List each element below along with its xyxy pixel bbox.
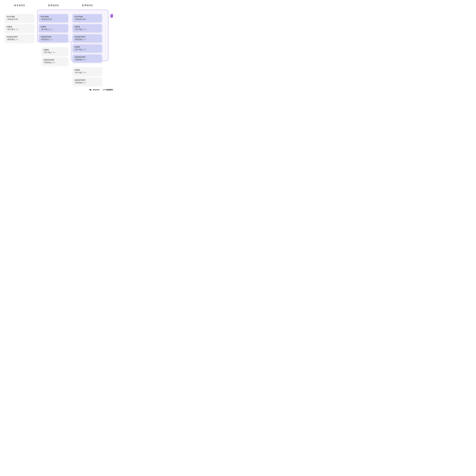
footer-caption: 上下文硬盘缓存: [102, 89, 113, 91]
cache-hit-label: 缓存命中: [110, 11, 114, 14]
round-2-column: SYSTEM <系统提示词> USER <用户输入 1 > ASSISTANT …: [39, 11, 68, 86]
message-role: SYSTEM: [41, 16, 66, 18]
message-role: ASSISTANT: [43, 59, 66, 61]
message-content: <模型输出 2 >: [74, 58, 100, 61]
message-content: <用户输入 1 >: [7, 28, 32, 31]
message-content: <用户输入 1 >: [74, 28, 100, 31]
message-role: ASSISTANT: [74, 56, 100, 58]
message-role: SYSTEM: [74, 16, 100, 18]
message-content: <模型输出 1 >: [41, 38, 66, 41]
message-role: USER: [7, 26, 32, 28]
message-role: ASSISTANT: [74, 36, 100, 38]
message-content: <模型输出 1 >: [7, 38, 32, 41]
message-role: USER: [41, 26, 66, 28]
message-role: SYSTEM: [7, 16, 32, 18]
message-content: <用户输入 3 >: [74, 71, 100, 74]
message-role: ASSISTANT: [41, 36, 66, 38]
message-system-cached: SYSTEM <系统提示词>: [39, 14, 68, 22]
brand-name: deepseek: [93, 89, 99, 91]
message-role: USER: [74, 46, 100, 48]
message-content: <用户输入 2 >: [43, 51, 66, 54]
message-assistant-cached: ASSISTANT <模型输出 1 >: [72, 34, 102, 42]
message-assistant-cached: ASSISTANT <模型输出 1 >: [39, 34, 68, 42]
message-content: <系统提示词>: [7, 18, 32, 20]
message-content: <模型输出 1 >: [74, 38, 100, 41]
message-role: USER: [43, 49, 66, 51]
message-assistant: ASSISTANT <模型输出 2 >: [41, 57, 68, 66]
column-header-round-3: 第 3 轮对话: [72, 4, 102, 7]
message-content: <模型输出 2 >: [43, 61, 66, 64]
message-role: ASSISTANT: [7, 36, 32, 38]
round-1-column: SYSTEM <系统提示词> USER <用户输入 1 > ASSISTANT …: [5, 11, 34, 86]
message-user-cached: USER <用户输入 1 >: [72, 24, 102, 32]
message-role: ASSISTANT: [74, 79, 100, 81]
message-user-cached: USER <用户输入 1 >: [39, 24, 68, 32]
message-user: USER <用户输入 1 >: [5, 24, 34, 32]
message-content: <系统提示词>: [74, 18, 100, 20]
column-header-round-2: 第 2 轮对话: [39, 4, 68, 7]
message-user: USER <用户输入 2 >: [41, 47, 68, 55]
message-assistant: ASSISTANT <模型输出 1 >: [5, 34, 34, 42]
message-system: SYSTEM <系统提示词>: [5, 14, 34, 22]
diagram-grid: 缓存命中 第 1 轮对话 第 2 轮对话 第 3 轮对话 SYSTEM <系统提…: [5, 4, 113, 86]
footer: deepseek / 上下文硬盘缓存: [5, 88, 113, 91]
round-3-column: SYSTEM <系统提示词> USER <用户输入 1 > ASSISTANT …: [72, 11, 102, 86]
separator: /: [101, 89, 101, 91]
message-content: <用户输入 1 >: [41, 28, 66, 31]
message-assistant-cached: ASSISTANT <模型输出 2 >: [72, 54, 102, 63]
message-content: <系统提示词>: [41, 18, 66, 20]
column-header-round-1: 第 1 轮对话: [5, 4, 34, 7]
message-content: <模型输出 3 >: [74, 81, 100, 84]
message-assistant: ASSISTANT <模型输出 3 >: [72, 78, 102, 86]
message-role: USER: [74, 69, 100, 71]
whale-icon: [89, 88, 92, 91]
message-role: USER: [74, 26, 100, 28]
message-user: USER <用户输入 3 >: [72, 68, 102, 76]
message-system-cached: SYSTEM <系统提示词>: [72, 14, 102, 22]
message-user-cached: USER <用户输入 2 >: [72, 44, 102, 52]
message-content: <用户输入 2 >: [74, 48, 100, 51]
